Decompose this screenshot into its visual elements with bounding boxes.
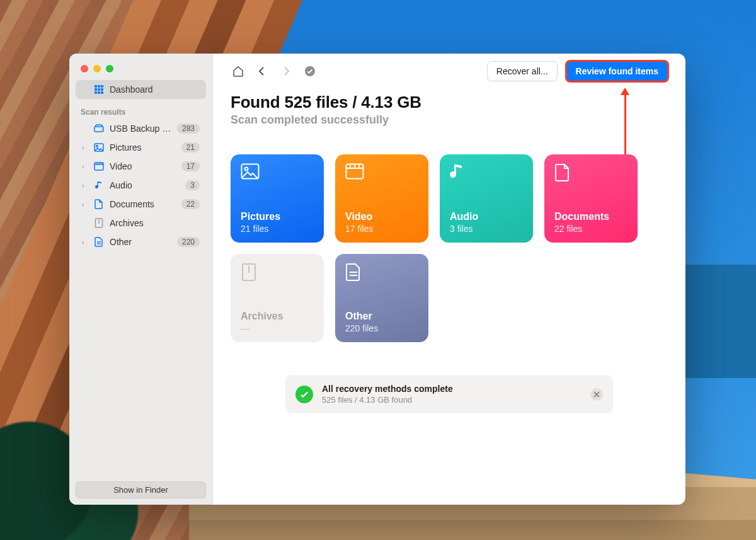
toolbar: Recover all... Review found items: [231, 54, 668, 89]
sidebar-item-label: USB Backup Ima…: [110, 124, 172, 134]
chevron-right-icon: ›: [82, 144, 88, 151]
status-banner: All recovery methods complete 525 files …: [285, 375, 613, 413]
grid-icon: [93, 84, 105, 95]
fullscreen-window-button[interactable]: [106, 65, 113, 72]
card-other[interactable]: Other 220 files: [335, 254, 428, 342]
sidebar-item-count: 21: [181, 142, 200, 152]
sidebar-item-count: 3: [185, 180, 200, 190]
checkmark-circle-icon[interactable]: [302, 64, 318, 79]
card-title: Pictures: [241, 211, 314, 222]
sidebar-item-video[interactable]: › Video 17: [76, 157, 206, 176]
svg-point-12: [96, 146, 98, 147]
status-subtitle: 525 files / 4.13 GB found: [322, 395, 581, 405]
music-note-icon: [93, 180, 105, 190]
nav-forward-button[interactable]: [278, 64, 294, 79]
svg-point-24: [245, 168, 248, 171]
card-title: Video: [345, 211, 418, 222]
card-title: Archives: [241, 311, 314, 322]
film-icon: [345, 163, 364, 182]
sidebar-item-documents[interactable]: › Documents 22: [76, 195, 206, 214]
card-title: Documents: [554, 211, 627, 222]
scan-summary-title: Found 525 files / 4.13 GB: [231, 93, 668, 112]
success-check-icon: [295, 386, 313, 403]
show-in-finder-button[interactable]: Show in Finder: [76, 481, 206, 498]
sidebar-item-count: 283: [177, 124, 200, 134]
window-controls: [69, 54, 212, 80]
archive-icon: [93, 218, 105, 228]
main-panel: Recover all... Review found items Found …: [213, 54, 685, 505]
sidebar-item-count: 22: [181, 199, 200, 209]
svg-rect-5: [101, 88, 103, 91]
chevron-right-icon: ›: [82, 163, 88, 170]
file-icon: [93, 237, 105, 247]
minimize-window-button[interactable]: [93, 65, 101, 72]
archive-icon: [241, 263, 260, 282]
card-archives[interactable]: Archives —: [231, 254, 324, 342]
sidebar-section-title: Scan results: [69, 99, 212, 119]
card-subtitle: —: [241, 323, 314, 333]
recover-all-button[interactable]: Recover all...: [487, 61, 558, 81]
card-subtitle: 17 files: [345, 224, 418, 234]
svg-rect-4: [98, 88, 100, 91]
svg-point-10: [101, 129, 103, 130]
svg-rect-0: [94, 85, 97, 88]
scan-summary: Found 525 files / 4.13 GB Scan completed…: [231, 93, 668, 127]
card-subtitle: 21 files: [241, 224, 314, 234]
category-cards: Pictures 21 files Video 17 files Audio 3…: [231, 154, 668, 342]
film-icon: [93, 162, 105, 171]
svg-rect-3: [94, 88, 97, 91]
chevron-right-icon: ›: [82, 200, 88, 208]
sidebar-item-pictures[interactable]: › Pictures 21: [76, 138, 206, 157]
svg-rect-7: [98, 91, 100, 94]
chevron-right-icon: ›: [82, 181, 88, 189]
svg-rect-8: [101, 91, 103, 94]
card-subtitle: 3 files: [450, 224, 523, 234]
disk-icon: [93, 124, 105, 133]
sidebar-item-label: Pictures: [110, 142, 176, 152]
sidebar-item-usb-backup[interactable]: USB Backup Ima… 283: [76, 119, 206, 138]
sidebar-item-label: Audio: [110, 180, 180, 190]
sidebar: Dashboard Scan results USB Backup Ima… 2…: [69, 54, 213, 505]
svg-rect-6: [94, 91, 97, 94]
card-audio[interactable]: Audio 3 files: [440, 154, 533, 243]
scan-summary-subtitle: Scan completed successfully: [231, 113, 668, 127]
card-title: Other: [345, 311, 418, 322]
sidebar-item-label: Dashboard: [110, 84, 200, 95]
sidebar-item-audio[interactable]: › Audio 3: [76, 176, 206, 195]
card-pictures[interactable]: Pictures 21 files: [231, 154, 324, 243]
image-icon: [241, 163, 260, 182]
status-title: All recovery methods complete: [322, 384, 581, 394]
sidebar-item-label: Documents: [110, 199, 176, 209]
card-video[interactable]: Video 17 files: [335, 154, 428, 243]
card-documents[interactable]: Documents 22 files: [544, 154, 638, 243]
sidebar-item-other[interactable]: › Other 220: [76, 233, 206, 251]
app-window: Dashboard Scan results USB Backup Ima… 2…: [69, 54, 685, 505]
review-found-items-button[interactable]: Review found items: [566, 61, 668, 81]
card-subtitle: 220 files: [345, 323, 418, 333]
music-note-icon: [450, 163, 469, 182]
document-icon: [554, 163, 573, 182]
home-icon[interactable]: [231, 64, 246, 79]
document-icon: [93, 199, 105, 209]
close-window-button[interactable]: [81, 65, 88, 72]
sidebar-item-label: Video: [110, 161, 176, 171]
card-subtitle: 22 files: [554, 224, 627, 234]
sidebar-item-dashboard[interactable]: Dashboard: [76, 80, 206, 99]
svg-rect-2: [101, 85, 103, 88]
card-title: Audio: [450, 211, 523, 222]
dismiss-status-button[interactable]: [590, 388, 603, 401]
image-icon: [93, 143, 105, 152]
nav-back-button[interactable]: [255, 64, 270, 79]
file-icon: [345, 263, 364, 282]
sidebar-item-label: Archives: [110, 218, 200, 228]
sidebar-item-count: 17: [181, 161, 200, 171]
svg-rect-1: [98, 85, 100, 88]
sidebar-item-label: Other: [110, 237, 172, 247]
sidebar-item-archives[interactable]: Archives: [76, 214, 206, 233]
sidebar-item-count: 220: [177, 237, 200, 247]
chevron-right-icon: ›: [82, 238, 88, 246]
